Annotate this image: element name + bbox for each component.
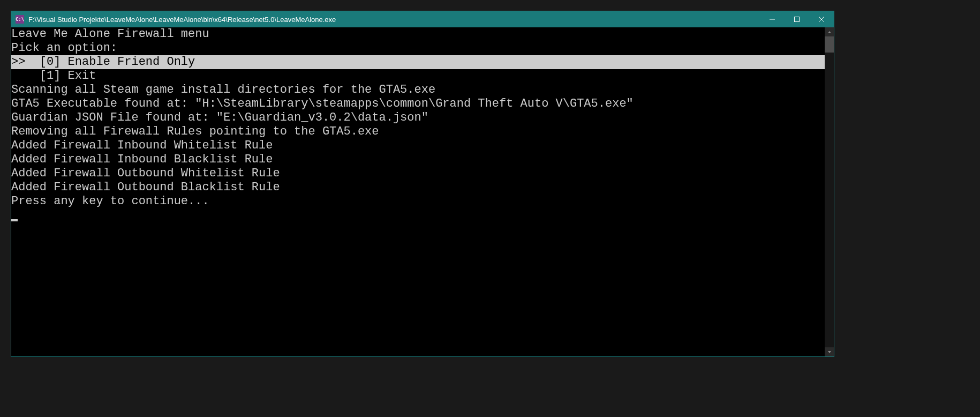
svg-rect-1 (795, 17, 800, 22)
vertical-scrollbar[interactable] (825, 27, 834, 356)
console-line: Press any key to continue... (11, 195, 825, 208)
console-line: Added Firewall Inbound Blacklist Rule (11, 153, 825, 167)
console-line: Added Firewall Outbound Whitelist Rule (11, 167, 825, 181)
console-line: Guardian JSON File found at: "E:\Guardia… (11, 111, 825, 125)
scroll-thumb[interactable] (825, 36, 834, 53)
maximize-icon (794, 17, 800, 22)
chevron-down-icon (827, 350, 832, 354)
window-title: F:\Visual Studio Projekte\LeaveMeAlone\L… (28, 16, 760, 24)
console-line: Scanning all Steam game install director… (11, 83, 825, 97)
console-line: Pick an option: (11, 41, 825, 55)
text-cursor (11, 219, 18, 221)
console-line: [1] Exit (11, 69, 825, 83)
titlebar[interactable]: C:\ F:\Visual Studio Projekte\LeaveMeAlo… (11, 11, 834, 27)
close-icon (819, 17, 824, 22)
scroll-track[interactable] (825, 36, 834, 347)
close-button[interactable] (809, 11, 834, 27)
scroll-up-button[interactable] (825, 27, 834, 36)
console-line: Leave Me Alone Firewall menu (11, 27, 825, 41)
cursor-line (11, 208, 825, 222)
console-line: Removing all Firewall Rules pointing to … (11, 125, 825, 139)
console-line: >> [0] Enable Friend Only (11, 55, 825, 69)
window-controls (760, 11, 834, 27)
app-icon: C:\ (16, 15, 24, 24)
console-window: C:\ F:\Visual Studio Projekte\LeaveMeAlo… (11, 11, 834, 357)
console-line: Added Firewall Outbound Blacklist Rule (11, 181, 825, 195)
chevron-up-icon (827, 30, 832, 34)
scroll-down-button[interactable] (825, 347, 834, 356)
console-body: Leave Me Alone Firewall menuPick an opti… (11, 27, 834, 356)
maximize-button[interactable] (785, 11, 809, 27)
console-output[interactable]: Leave Me Alone Firewall menuPick an opti… (11, 27, 825, 356)
console-line: GTA5 Executable found at: "H:\SteamLibra… (11, 97, 825, 111)
minimize-button[interactable] (760, 11, 785, 27)
console-line: Added Firewall Inbound Whitelist Rule (11, 139, 825, 153)
minimize-icon (770, 17, 775, 22)
